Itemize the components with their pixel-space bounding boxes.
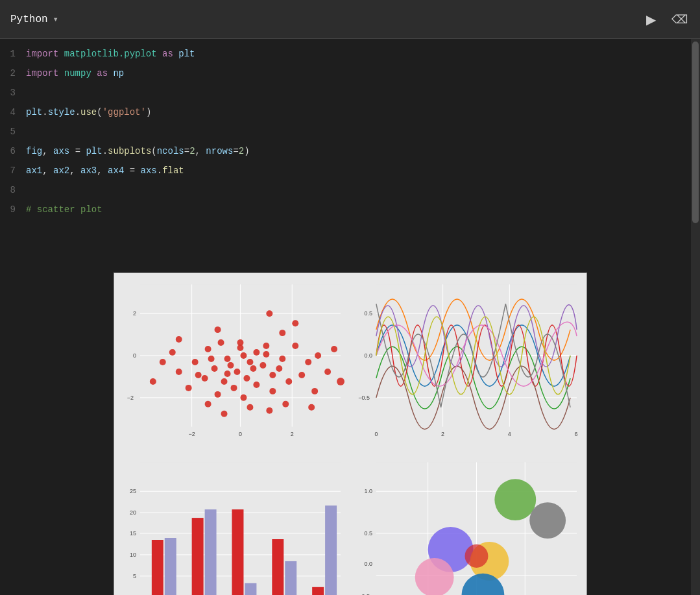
svg-text:0.0: 0.0 <box>364 561 372 567</box>
svg-point-13 <box>266 310 272 317</box>
svg-point-125 <box>529 502 566 539</box>
line-number: 5 <box>0 122 26 141</box>
svg-point-24 <box>259 362 266 369</box>
svg-text:4: 4 <box>508 431 511 437</box>
svg-text:0: 0 <box>133 352 136 359</box>
line-code: ax1, ax2, ax3, ax4 = axs.flat <box>26 161 184 180</box>
svg-point-47 <box>169 349 176 356</box>
svg-text:6: 6 <box>575 431 578 437</box>
svg-text:5: 5 <box>133 573 136 579</box>
language-title: Python <box>10 14 48 25</box>
svg-point-66 <box>221 411 228 417</box>
code-token-op: = <box>233 146 238 156</box>
svg-point-29 <box>269 372 276 378</box>
code-line: 6fig, axs = plt.subplots(ncols=2, nrows=… <box>0 141 700 161</box>
svg-point-64 <box>150 378 156 385</box>
svg-text:−2: −2 <box>189 431 195 437</box>
plots-grid: 2 0 −2 −2 0 2 <box>114 273 586 595</box>
svg-text:2: 2 <box>133 310 136 317</box>
code-token-var: ax2 <box>53 165 69 176</box>
plot-output-panel: 2 0 −2 −2 0 2 <box>114 273 587 595</box>
line-code: # scatter plot <box>26 200 103 219</box>
code-token-alias: np <box>113 68 124 79</box>
code-token-mod: matplotlib.pyplot <box>64 49 157 59</box>
svg-point-54 <box>263 351 269 358</box>
code-token-var: ncols <box>157 146 184 156</box>
scrollbar[interactable] <box>691 39 700 595</box>
code-token-kw: import <box>26 68 64 79</box>
svg-point-27 <box>221 378 228 385</box>
code-token-var: ax4 <box>108 165 124 176</box>
line-number: 6 <box>0 141 26 161</box>
svg-point-130 <box>465 544 489 568</box>
line-number: 1 <box>0 44 26 64</box>
svg-rect-108 <box>325 505 337 595</box>
svg-rect-103 <box>232 509 244 595</box>
svg-point-37 <box>195 372 202 378</box>
code-token-kw: as <box>157 49 179 59</box>
code-token-op: ( <box>151 146 156 156</box>
svg-point-33 <box>218 339 224 346</box>
top-bar-right: ▶ ⌫ <box>640 9 690 30</box>
scrollbar-thumb[interactable] <box>692 42 699 223</box>
code-line: 4plt.style.use('ggplot') <box>0 103 700 122</box>
svg-point-19 <box>224 356 231 362</box>
svg-point-18 <box>253 349 259 356</box>
svg-text:10: 10 <box>130 552 136 558</box>
svg-point-50 <box>240 395 247 401</box>
code-line: 5 <box>0 122 700 141</box>
svg-point-39 <box>305 359 311 365</box>
svg-text:−0.5: −0.5 <box>358 395 370 401</box>
svg-point-57 <box>292 343 298 349</box>
code-token-var: nrows <box>206 146 233 156</box>
svg-point-21 <box>247 359 253 365</box>
code-token-op: . <box>42 107 47 117</box>
svg-point-43 <box>269 388 276 395</box>
svg-point-65 <box>247 404 253 411</box>
svg-point-25 <box>279 356 285 362</box>
svg-point-31 <box>228 362 234 369</box>
line-number: 4 <box>0 103 26 122</box>
svg-point-38 <box>285 378 292 385</box>
line-number: 8 <box>0 180 26 200</box>
code-area[interactable]: 1import matplotlib.pyplot as plt2import … <box>0 39 700 595</box>
line-number: 2 <box>0 64 26 83</box>
line-number: 3 <box>0 83 26 103</box>
line-number: 9 <box>0 200 26 219</box>
subplot-waves: 0.5 0.0 −0.5 0 2 4 6 <box>350 273 586 451</box>
code-token-num: 2 <box>189 146 195 156</box>
subplot-bubble: 1.0 0.5 0.0 −0.5 −1 0 1 <box>350 451 586 595</box>
code-token-op: , <box>195 146 206 156</box>
svg-point-46 <box>324 369 331 375</box>
svg-rect-102 <box>205 509 217 595</box>
code-token-op: . <box>103 146 108 156</box>
svg-point-36 <box>276 365 282 372</box>
run-button[interactable]: ▶ <box>640 9 661 30</box>
clear-button[interactable]: ⌫ <box>669 9 690 30</box>
svg-point-40 <box>298 372 305 378</box>
line-code: fig, axs = plt.subplots(ncols=2, nrows=2… <box>26 141 250 161</box>
code-line: 7ax1, ax2, ax3, ax4 = axs.flat <box>0 161 700 180</box>
code-token-mod: numpy <box>64 68 91 79</box>
svg-point-28 <box>202 375 208 382</box>
svg-point-35 <box>192 359 199 365</box>
top-bar-left: Python ▾ <box>10 14 58 25</box>
code-token-var: ax1 <box>26 165 42 176</box>
code-lines: 1import matplotlib.pyplot as plt2import … <box>0 39 700 225</box>
chevron-down-icon: ▾ <box>53 14 58 25</box>
svg-text:0: 0 <box>374 431 378 437</box>
code-token-op: ( <box>97 107 102 117</box>
svg-text:0.0: 0.0 <box>364 352 372 359</box>
svg-rect-101 <box>192 518 204 595</box>
code-token-op: = <box>184 146 189 156</box>
code-token-var: fig <box>26 146 42 156</box>
code-token-num: 2 <box>239 146 244 156</box>
svg-point-22 <box>211 365 218 372</box>
svg-text:0.5: 0.5 <box>364 530 372 537</box>
code-line: 2import numpy as np <box>0 64 700 83</box>
svg-text:25: 25 <box>130 488 136 494</box>
svg-point-14 <box>215 326 221 333</box>
code-line: 1import matplotlib.pyplot as plt <box>0 44 700 64</box>
svg-text:0.5: 0.5 <box>364 310 372 317</box>
svg-point-63 <box>337 378 344 385</box>
